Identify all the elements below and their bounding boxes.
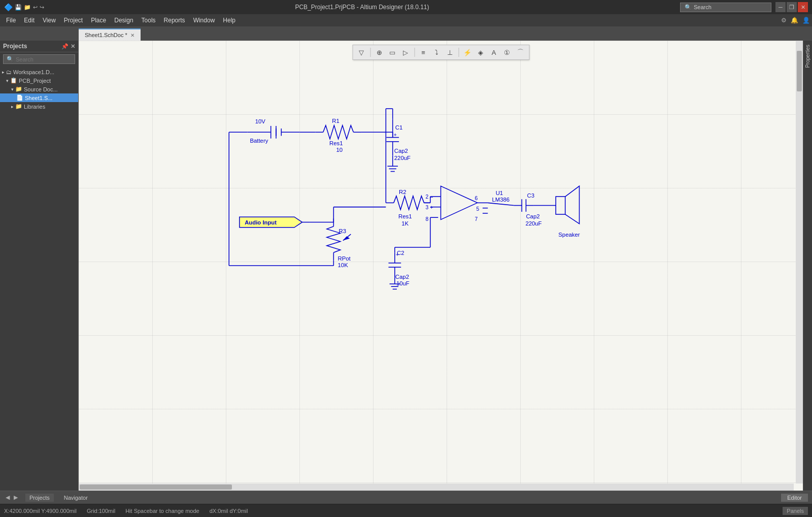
libraries-folder-icon: 📁 bbox=[15, 103, 22, 110]
menu-reports[interactable]: Reports bbox=[160, 14, 189, 26]
toolbar-sep-2 bbox=[414, 48, 415, 57]
quick-save[interactable]: 💾 bbox=[15, 4, 22, 11]
app-icon: 🔷 bbox=[4, 3, 13, 11]
project-search-input[interactable] bbox=[16, 56, 72, 62]
menu-right-icons: ⚙ 🔔 👤 bbox=[781, 17, 810, 24]
sidebar-close-icon[interactable]: ✕ bbox=[71, 43, 75, 50]
project-label: PCB_Project bbox=[19, 78, 51, 84]
power-button[interactable]: ⚡ bbox=[462, 47, 473, 58]
undo[interactable]: ↩ bbox=[33, 4, 38, 11]
wire-button[interactable]: ⤵ bbox=[431, 47, 442, 58]
libraries-arrow-icon: ▸ bbox=[11, 104, 14, 109]
vertical-scrollbar[interactable] bbox=[796, 41, 803, 483]
sidebar-header-icons: 📌 ✕ bbox=[61, 43, 75, 50]
folder-icon: 📁 bbox=[15, 86, 22, 92]
window-title: PCB_Project1.PrjPCB - Altium Designer (1… bbox=[44, 4, 680, 11]
workspace-label: Workspace1.D... bbox=[13, 69, 54, 75]
quick-open[interactable]: 📁 bbox=[24, 4, 31, 11]
pin-icon[interactable]: 📌 bbox=[61, 43, 69, 50]
menu-design[interactable]: Design bbox=[110, 14, 137, 26]
grid-lines bbox=[79, 41, 803, 491]
source-doc-arrow-icon: ▾ bbox=[11, 87, 14, 92]
port-button[interactable]: ▷ bbox=[400, 47, 411, 58]
horizontal-scrollbar[interactable] bbox=[79, 483, 794, 491]
close-button[interactable]: ✕ bbox=[798, 2, 808, 12]
menu-file[interactable]: File bbox=[2, 14, 20, 26]
properties-tab[interactable]: Properties bbox=[804, 41, 811, 72]
notification-icon[interactable]: 🔔 bbox=[791, 17, 798, 24]
source-doc-label: Source Doc... bbox=[24, 86, 58, 92]
junction-button[interactable]: ⊥ bbox=[444, 47, 455, 58]
tab-close-button[interactable]: ✕ bbox=[130, 33, 134, 38]
tree-sheet1[interactable]: 📄 Sheet1.S... bbox=[0, 93, 78, 102]
hint-display: Hit Spacebar to change mode bbox=[125, 508, 199, 514]
project-search-box[interactable]: 🔍 bbox=[3, 54, 75, 64]
bus-button[interactable]: ≡ bbox=[418, 47, 429, 58]
user-icon[interactable]: 👤 bbox=[802, 17, 810, 24]
menu-bar: File Edit View Project Place Design Tool… bbox=[0, 14, 812, 26]
editor-tab[interactable]: Editor bbox=[781, 494, 808, 502]
sidebar: Projects 📌 ✕ 🔍 ▸ 🗂 Workspace1.D... ▾ 📋 P… bbox=[0, 41, 79, 491]
search-icon: 🔍 bbox=[685, 4, 692, 11]
redo[interactable]: ↪ bbox=[40, 4, 44, 11]
libraries-label: Libraries bbox=[24, 104, 45, 110]
arc-button[interactable]: ⌒ bbox=[515, 47, 526, 58]
workspace-icon: 🗂 bbox=[6, 69, 12, 75]
text-button[interactable]: A bbox=[488, 47, 499, 58]
minimize-button[interactable]: ─ bbox=[775, 2, 786, 12]
menu-view[interactable]: View bbox=[39, 14, 60, 26]
search-icon: 🔍 bbox=[7, 56, 14, 62]
panels-button[interactable]: Panels bbox=[783, 507, 808, 515]
tab-bar: Sheet1.SchDoc * ✕ bbox=[0, 26, 812, 41]
tree-pcb-project[interactable]: ▾ 📋 PCB_Project bbox=[0, 76, 78, 85]
toolbar-sep-1 bbox=[370, 48, 370, 57]
projects-tab[interactable]: Projects bbox=[25, 494, 54, 502]
menu-project[interactable]: Project bbox=[60, 14, 87, 26]
title-bar: 🔷 💾 📁 ↩ ↪ PCB_Project1.PrjPCB - Altium D… bbox=[0, 0, 812, 14]
tree-libraries[interactable]: ▸ 📁 Libraries bbox=[0, 102, 78, 111]
project-icon: 📋 bbox=[10, 77, 17, 84]
schematic-canvas[interactable]: ▽ ⊕ ▭ ▷ ≡ ⤵ ⊥ ⚡ ◈ A ① ⌒ .sch { fill: non… bbox=[79, 41, 803, 491]
settings-icon[interactable]: ⚙ bbox=[781, 17, 787, 24]
right-panel: Properties bbox=[803, 41, 812, 491]
grid-display: Grid:100mil bbox=[87, 508, 115, 514]
menu-window[interactable]: Window bbox=[189, 14, 219, 26]
sheet-icon: 📄 bbox=[16, 94, 23, 101]
global-search-bar[interactable]: 🔍 Search bbox=[680, 3, 771, 12]
title-bar-icons: 🔷 💾 📁 ↩ ↪ bbox=[4, 3, 44, 11]
rect-button[interactable]: ▭ bbox=[387, 47, 398, 58]
toolbar-sep-3 bbox=[458, 48, 459, 57]
sheet-label: Sheet1.S... bbox=[25, 95, 52, 101]
filter-button[interactable]: ▽ bbox=[356, 47, 367, 58]
menu-tools[interactable]: Tools bbox=[138, 14, 160, 26]
tree-source-doc[interactable]: ▾ 📁 Source Doc... bbox=[0, 85, 78, 93]
project-tree: ▸ 🗂 Workspace1.D... ▾ 📋 PCB_Project ▾ 📁 … bbox=[0, 66, 78, 491]
window-controls: ─ ❐ ✕ bbox=[775, 2, 808, 12]
workspace-arrow-icon: ▸ bbox=[2, 70, 5, 75]
bottom-bar: ◀ ▶ Projects Navigator Editor bbox=[0, 491, 812, 504]
menu-place[interactable]: Place bbox=[87, 14, 110, 26]
schematic-toolbar: ▽ ⊕ ▭ ▷ ≡ ⤵ ⊥ ⚡ ◈ A ① ⌒ bbox=[352, 45, 529, 60]
coordinates-display: X:4200.000mil Y:4900.000mil bbox=[4, 508, 77, 514]
menu-edit[interactable]: Edit bbox=[20, 14, 39, 26]
annotation-button[interactable]: ① bbox=[501, 47, 513, 58]
prev-arrow[interactable]: ◀ bbox=[4, 493, 11, 502]
status-bar: X:4200.000mil Y:4900.000mil Grid:100mil … bbox=[0, 504, 812, 517]
bottom-nav: ◀ ▶ bbox=[4, 493, 19, 502]
vertical-scrollbar-thumb[interactable] bbox=[797, 51, 802, 91]
component-button[interactable]: ◈ bbox=[475, 47, 486, 58]
tab-label: Sheet1.SchDoc * bbox=[85, 32, 127, 38]
project-arrow-icon: ▾ bbox=[6, 78, 9, 83]
tree-workspace[interactable]: ▸ 🗂 Workspace1.D... bbox=[0, 68, 78, 76]
global-search-label: Search bbox=[694, 4, 712, 10]
sidebar-title: Projects bbox=[3, 43, 27, 50]
sidebar-header: Projects 📌 ✕ bbox=[0, 41, 78, 52]
delta-display: dX:0mil dY:0mil bbox=[210, 508, 248, 514]
horizontal-scrollbar-thumb[interactable] bbox=[80, 484, 232, 490]
next-arrow[interactable]: ▶ bbox=[12, 493, 19, 502]
menu-help[interactable]: Help bbox=[219, 14, 240, 26]
navigator-tab[interactable]: Navigator bbox=[60, 494, 92, 502]
restore-button[interactable]: ❐ bbox=[787, 2, 797, 12]
add-button[interactable]: ⊕ bbox=[374, 47, 385, 58]
tab-sheet1[interactable]: Sheet1.SchDoc * ✕ bbox=[79, 28, 141, 41]
